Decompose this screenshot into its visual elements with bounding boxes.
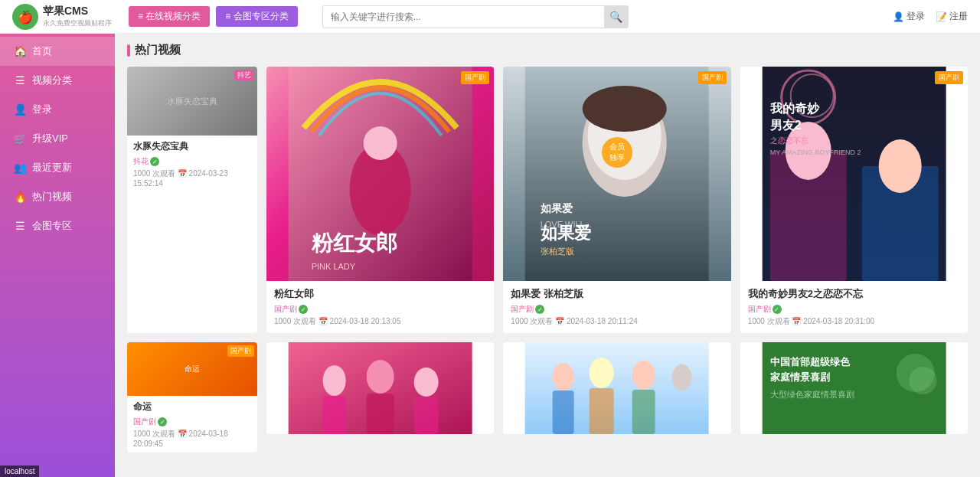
card-shuiyu-body: 水豚失恋宝典 抖花 ✓ 1000 次观看 📅 2024-03-23 15:52:… [127, 136, 257, 192]
svg-rect-30 [323, 396, 346, 434]
search-button[interactable]: 🔍 [604, 5, 629, 28]
svg-point-21 [878, 139, 921, 193]
svg-text:家庭情景喜剧: 家庭情景喜剧 [769, 371, 829, 383]
card-mingyun-body: 命运 国产剧 ✓ 1000 次观看 📅 2024-03-18 20:09:45 [127, 396, 257, 452]
hot-icon: 🔥 [14, 191, 26, 203]
card-mingyun-title: 命运 [133, 400, 251, 413]
home-icon: 🏠 [14, 45, 26, 57]
svg-text:我的奇妙: 我的奇妙 [769, 102, 819, 115]
card-mingyun-tag: 国产剧 [227, 345, 254, 357]
card-partial3[interactable] [503, 342, 730, 434]
card-qimiao-title: 我的奇妙男友2之恋恋不忘 [748, 287, 960, 301]
register-icon: 📝 [936, 11, 947, 22]
layout: 🏠 首页 ☰ 视频分类 👤 登录 🛒 升级VIP 👥 最近更新 🔥 热门视频 ☰… [0, 34, 980, 477]
user-icon: 👤 [893, 11, 904, 22]
card-ruguo-title: 如果爱 张柏芝版 [511, 287, 723, 301]
card-shuiyu-tag: 抖艺 [234, 70, 254, 81]
svg-text:粉红女郎: 粉红女郎 [311, 230, 397, 255]
card-ruguo-channel: 国产剧 ✓ [511, 304, 723, 315]
svg-rect-40 [632, 390, 655, 434]
logo-title: 苹果CMS [43, 5, 112, 18]
logo-subtitle: 永久免费空视频贴程序 [43, 18, 112, 28]
card-partial2[interactable] [266, 342, 494, 434]
main-content: 热门视频 水豚失恋宝典 抖艺 水豚失恋宝典 抖花 ✓ 1000 次观看 📅 20… [115, 34, 980, 477]
mingyun-verified-icon: ✓ [158, 417, 167, 426]
svg-text:MY AMAZING BOYFRIEND 2: MY AMAZING BOYFRIEND 2 [769, 149, 861, 156]
register-link[interactable]: 📝 注册 [936, 10, 968, 23]
svg-text:中国首部超级绿色: 中国首部超级绿色 [769, 356, 850, 368]
header: 🍎 苹果CMS 永久免费空视频贴程序 ≡ 在线视频分类 ≡ 会图专区分类 🔍 👤… [0, 0, 980, 34]
fenghong-verified-icon: ✓ [299, 305, 308, 314]
sidebar-item-recent[interactable]: 👥 最近更新 [0, 153, 115, 182]
sidebar-label-vip: 升级VIP [32, 132, 68, 145]
register-label: 注册 [949, 10, 968, 23]
card-shuiyu-meta: 1000 次观看 📅 2024-03-23 15:52:14 [133, 168, 251, 188]
video-grid-row2: 命运 国产剧 命运 国产剧 ✓ 1000 次观看 📅 2024-03-18 20… [127, 342, 968, 452]
card-mingyun-meta: 1000 次观看 📅 2024-03-18 20:09:45 [133, 429, 251, 448]
card-ruguo-body: 如果爱 张柏芝版 国产剧 ✓ 1000 次观看 📅 2024-03-18 20:… [503, 281, 730, 333]
verified-icon: ✓ [150, 157, 159, 166]
localhost-text: localhost [5, 467, 34, 475]
member-badge: 会员独享 [602, 137, 632, 168]
recent-icon: 👥 [14, 162, 26, 174]
sidebar-label-album: 会图专区 [32, 219, 72, 233]
svg-point-37 [672, 364, 692, 390]
svg-point-27 [323, 365, 346, 396]
card-mingyun[interactable]: 命运 国产剧 命运 国产剧 ✓ 1000 次观看 📅 2024-03-18 20… [127, 342, 257, 452]
header-nav: ≡ 在线视频分类 ≡ 会图专区分类 [129, 6, 298, 27]
header-right: 👤 登录 📝 注册 [893, 10, 968, 23]
card-ruguo-tag: 国产剧 [698, 71, 727, 84]
sidebar-item-login[interactable]: 👤 登录 [0, 95, 115, 124]
svg-text:PINK LADY: PINK LADY [312, 262, 356, 271]
card-shuiyu-channel: 抖花 ✓ [133, 156, 251, 167]
card-fenghong-meta: 1000 次观看 📅 2024-03-18 20:13:05 [274, 316, 486, 327]
sidebar-item-home[interactable]: 🏠 首页 [0, 37, 115, 66]
card-qimiao-meta: 1000 次观看 📅 2024-03-18 20:31:00 [748, 316, 960, 327]
card-fenghong-channel: 国产剧 ✓ [274, 304, 486, 315]
sidebar-item-vip[interactable]: 🛒 升级VIP [0, 124, 115, 153]
card-fenghong-body: 粉红女郎 国产剧 ✓ 1000 次观看 📅 2024-03-18 20:13:0… [266, 281, 494, 333]
card-qimiao-tag: 国产剧 [935, 71, 963, 84]
vip-icon: 🛒 [14, 132, 26, 145]
svg-text:张柏芝版: 张柏芝版 [541, 247, 574, 256]
card-ruguo-img: 如果爱 LOVE WILL... 如果爱 张柏芝版 会员独享 国产剧 [503, 67, 730, 281]
card-mingyun-channel: 国产剧 ✓ [133, 417, 251, 427]
login-link[interactable]: 👤 登录 [893, 10, 925, 23]
card-fenghong[interactable]: 粉红女郎 PINK LADY 国产剧 粉红女郎 国产剧 ✓ 1000 次观看 📅… [266, 67, 494, 333]
card-fenghong-tag: 国产剧 [461, 71, 489, 84]
svg-text:如果爱: 如果爱 [540, 224, 591, 243]
logo-area: 🍎 苹果CMS 永久免费空视频贴程序 [12, 4, 119, 30]
card-shuiyu-img: 水豚失恋宝典 抖艺 [127, 67, 257, 136]
svg-point-29 [414, 368, 439, 397]
card-ruguo[interactable]: 如果爱 LOVE WILL... 如果爱 张柏芝版 会员独享 国产剧 如果爱 张… [503, 67, 730, 333]
sidebar: 🏠 首页 ☰ 视频分类 👤 登录 🛒 升级VIP 👥 最近更新 🔥 热门视频 ☰… [0, 34, 115, 477]
search-input[interactable] [322, 5, 604, 28]
card-qimiao-body: 我的奇妙男友2之恋恋不忘 国产剧 ✓ 1000 次观看 📅 2024-03-18… [740, 281, 968, 333]
sidebar-label-home: 首页 [32, 44, 52, 58]
sidebar-item-hot[interactable]: 🔥 热门视频 [0, 182, 115, 211]
svg-point-35 [590, 358, 614, 388]
card-fenghong-img: 粉红女郎 PINK LADY 国产剧 [266, 67, 494, 281]
svg-rect-38 [553, 390, 574, 434]
album-icon: ☰ [14, 220, 26, 232]
card-partial4-img: 中国首部超级绿色 家庭情景喜剧 大型绿色家庭情景喜剧 [740, 342, 968, 434]
nav-album-btn[interactable]: ≡ 会图专区分类 [216, 6, 297, 27]
search-area: 🔍 [322, 5, 629, 28]
sidebar-item-category[interactable]: ☰ 视频分类 [0, 66, 115, 95]
card-shuiyu[interactable]: 水豚失恋宝典 抖艺 水豚失恋宝典 抖花 ✓ 1000 次观看 📅 2024-03… [127, 67, 257, 333]
nav-video-btn[interactable]: ≡ 在线视频分类 [129, 6, 210, 27]
svg-rect-39 [590, 388, 614, 434]
card-partial3-img [503, 342, 730, 434]
svg-text:如果爱: 如果爱 [540, 202, 573, 214]
section-title-text: 热门视频 [135, 43, 181, 57]
ruguo-verified-icon: ✓ [535, 305, 544, 314]
card-partial4[interactable]: 中国首部超级绿色 家庭情景喜剧 大型绿色家庭情景喜剧 [740, 342, 968, 434]
sidebar-label-login: 登录 [32, 103, 52, 116]
card-qimiao[interactable]: 我的奇妙 男友2 之恋恋不忘 MY AMAZING BOYFRIEND 2 国产… [740, 67, 968, 333]
localhost-badge: localhost [0, 466, 39, 477]
svg-text:男友2: 男友2 [769, 119, 801, 132]
login-icon: 👤 [14, 103, 26, 116]
sidebar-label-category: 视频分类 [32, 74, 72, 87]
sidebar-item-album[interactable]: ☰ 会图专区 [0, 211, 115, 240]
svg-point-10 [583, 86, 667, 132]
